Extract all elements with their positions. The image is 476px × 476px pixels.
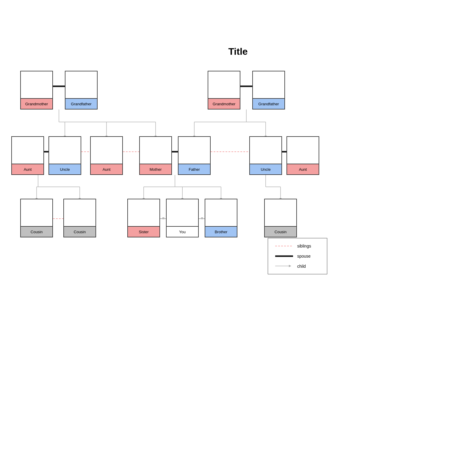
legend-child-label: child <box>297 264 306 269</box>
person-uncle1: Uncle <box>48 136 81 175</box>
legend-siblings-label: siblings <box>297 244 311 248</box>
person-brother: Brother <box>205 199 237 237</box>
person-aunt1-label: Aunt <box>12 164 43 174</box>
person-you-photo <box>167 199 198 226</box>
person-gf_right-photo <box>253 71 284 98</box>
person-cousin1-photo <box>21 199 52 226</box>
person-you-label: You <box>167 226 198 237</box>
legend: siblings spouse child <box>268 238 327 274</box>
person-cousin3-label: Cousin <box>265 226 296 237</box>
person-uncle2: Uncle <box>249 136 282 175</box>
person-aunt3-photo <box>287 137 319 164</box>
person-mother: Mother <box>139 136 172 175</box>
legend-spouse: spouse <box>275 254 320 259</box>
person-cousin2-photo <box>64 199 95 226</box>
svg-text:=: = <box>162 216 165 221</box>
legend-child: child <box>275 264 320 269</box>
person-aunt3-label: Aunt <box>287 164 319 174</box>
person-sister-label: Sister <box>128 226 159 237</box>
person-cousin3: Cousin <box>264 199 297 237</box>
person-aunt1-photo <box>12 137 43 164</box>
person-cousin3-photo <box>265 199 296 226</box>
person-cousin2-label: Cousin <box>64 226 95 237</box>
person-gf_right: Grandfather <box>252 71 285 109</box>
person-you: You <box>166 199 199 237</box>
person-gm_right-photo <box>208 71 240 98</box>
person-sister: Sister <box>127 199 160 237</box>
person-uncle2-photo <box>250 137 281 164</box>
person-gm_left: Grandmother <box>20 71 53 109</box>
person-father: Father <box>178 136 211 175</box>
person-aunt2-label: Aunt <box>91 164 122 174</box>
person-gm_right-label: Grandmother <box>208 98 240 109</box>
legend-spouse-label: spouse <box>297 254 311 259</box>
page-title: Title <box>0 46 476 57</box>
person-mother-photo <box>140 137 171 164</box>
person-gf_left-label: Grandfather <box>65 98 97 109</box>
person-gf_right-label: Grandfather <box>253 98 284 109</box>
person-cousin1-label: Cousin <box>21 226 52 237</box>
person-aunt1: Aunt <box>11 136 44 175</box>
person-uncle2-label: Uncle <box>250 164 281 174</box>
person-cousin1: Cousin <box>20 199 53 237</box>
person-mother-label: Mother <box>140 164 171 174</box>
person-gm_right: Grandmother <box>208 71 240 109</box>
person-gm_left-label: Grandmother <box>21 98 52 109</box>
person-cousin2: Cousin <box>63 199 96 237</box>
svg-text:=: = <box>201 216 203 221</box>
person-uncle1-photo <box>49 137 81 164</box>
person-aunt2: Aunt <box>90 136 123 175</box>
person-sister-photo <box>128 199 159 226</box>
person-gf_left: Grandfather <box>65 71 98 109</box>
person-brother-photo <box>205 199 237 226</box>
person-aunt3: Aunt <box>286 136 319 175</box>
person-father-photo <box>178 137 210 164</box>
person-brother-label: Brother <box>205 226 237 237</box>
person-aunt2-photo <box>91 137 122 164</box>
person-gf_left-photo <box>65 71 97 98</box>
svg-marker-48 <box>289 265 291 267</box>
person-gm_left-photo <box>21 71 52 98</box>
legend-siblings: siblings <box>275 244 320 248</box>
person-father-label: Father <box>178 164 210 174</box>
person-uncle1-label: Uncle <box>49 164 81 174</box>
